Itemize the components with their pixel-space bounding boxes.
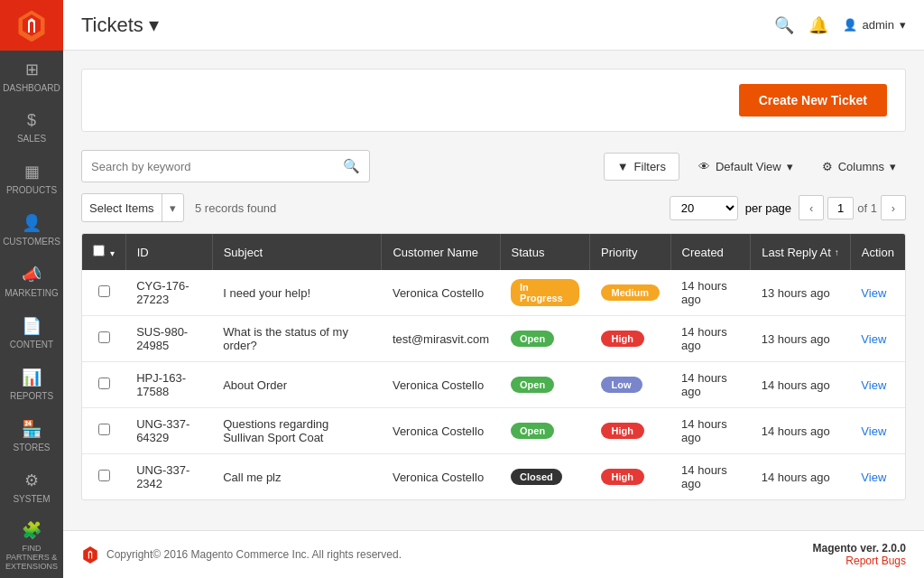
row-action-0: View xyxy=(850,270,905,316)
columns-button[interactable]: ⚙ Columns ▾ xyxy=(812,153,906,181)
user-menu[interactable]: 👤 admin ▾ xyxy=(843,18,906,32)
th-checkbox-chevron[interactable]: ▾ xyxy=(110,248,115,258)
page-nav: ‹ 1 of 1 › xyxy=(799,195,906,220)
main-area: Tickets ▾ 🔍 🔔 👤 admin ▾ Create New Ticke… xyxy=(63,0,924,578)
sidebar-item-reports[interactable]: 📊 REPORTS xyxy=(0,359,63,410)
row-checkbox-4[interactable] xyxy=(98,470,110,481)
table-body: CYG-176-27223 I need your help! Veronica… xyxy=(82,270,905,499)
th-last-reply[interactable]: Last Reply At ↑ xyxy=(751,234,851,270)
sidebar-item-content[interactable]: 📄 CONTENT xyxy=(0,307,63,359)
sidebar-item-content-label: CONTENT xyxy=(10,340,53,350)
view-link-1[interactable]: View xyxy=(861,332,886,346)
view-link-2[interactable]: View xyxy=(861,378,886,392)
row-subject-4: Call me plz xyxy=(212,454,382,500)
default-view-button[interactable]: 👁 Default View ▾ xyxy=(688,153,803,181)
row-id-2: HPJ-163-17588 xyxy=(125,362,212,408)
status-badge-4: Closed xyxy=(511,469,562,485)
th-priority: Priority xyxy=(590,234,671,270)
select-row: Select Items ▾ 5 records found 20 30 50 … xyxy=(81,193,906,222)
select-all-checkbox[interactable] xyxy=(93,245,105,256)
view-link-3[interactable]: View xyxy=(861,424,886,438)
row-created-4: 14 hours ago xyxy=(670,454,751,500)
create-new-ticket-button[interactable]: Create New Ticket xyxy=(739,84,887,117)
sidebar-item-marketing-label: MARKETING xyxy=(5,288,58,298)
page-content: Create New Ticket 🔍 ▼ Filters 👁 Default … xyxy=(63,51,924,530)
table-row: HPJ-163-17588 About Order Veronica Coste… xyxy=(82,362,905,408)
row-created-2: 14 hours ago xyxy=(670,362,751,408)
select-items-select[interactable]: Select Items xyxy=(82,194,162,221)
footer-logo-area: Copyright© 2016 Magento Commerce Inc. Al… xyxy=(81,545,402,564)
search-submit-icon[interactable]: 🔍 xyxy=(343,158,360,174)
row-checkbox-0[interactable] xyxy=(98,285,110,297)
view-label: Default View xyxy=(716,160,781,173)
sidebar-item-customers[interactable]: 👤 CUSTOMERS xyxy=(0,204,63,256)
sales-icon: $ xyxy=(27,111,36,130)
sidebar-item-sales[interactable]: $ SALES xyxy=(0,102,63,153)
row-checkbox-2[interactable] xyxy=(98,378,110,389)
th-id: ID xyxy=(125,234,212,270)
filters-button[interactable]: ▼ Filters xyxy=(604,153,679,181)
filter-icon: ▼ xyxy=(617,160,629,173)
sidebar-item-products[interactable]: ▦ PRODUCTS xyxy=(0,153,63,204)
row-id-0: CYG-176-27223 xyxy=(125,270,212,316)
page-title: Tickets ▾ xyxy=(81,14,159,37)
page-footer: Copyright© 2016 Magento Commerce Inc. Al… xyxy=(63,530,924,578)
status-badge-0: In Progress xyxy=(511,279,578,306)
sidebar-item-extensions[interactable]: 🧩 FIND PARTNERS & EXTENSIONS xyxy=(0,513,63,578)
row-subject-0: I need your help! xyxy=(212,270,382,316)
sidebar-item-dashboard[interactable]: ⊞ DASHBOARD xyxy=(0,51,63,102)
current-page-input[interactable]: 1 xyxy=(827,197,854,219)
priority-badge-3: High xyxy=(601,423,644,439)
sidebar-item-system[interactable]: ⚙ SYSTEM xyxy=(0,461,63,513)
select-items-chevron[interactable]: ▾ xyxy=(162,194,183,221)
tickets-table: ▾ ID Subject Customer Name Status Priori… xyxy=(82,234,905,499)
row-subject-1: What is the status of my order? xyxy=(212,316,382,362)
sidebar-item-products-label: PRODUCTS xyxy=(6,185,57,195)
row-checkbox-1[interactable] xyxy=(98,331,110,343)
report-bugs-link[interactable]: Report Bugs xyxy=(845,555,906,567)
user-name: admin xyxy=(863,18,894,32)
customers-icon: 👤 xyxy=(22,213,42,233)
system-icon: ⚙ xyxy=(24,471,39,490)
sidebar-item-customers-label: CUSTOMERS xyxy=(3,237,60,247)
reports-icon: 📊 xyxy=(22,368,42,387)
th-last-reply-label: Last Reply At xyxy=(762,246,831,259)
view-link-4[interactable]: View xyxy=(861,471,886,484)
sidebar-item-stores-label: STORES xyxy=(14,443,51,452)
title-text: Tickets xyxy=(81,14,143,37)
th-checkbox: ▾ xyxy=(82,234,125,270)
gear-icon: ⚙ xyxy=(822,160,833,173)
footer-logo-icon xyxy=(81,545,99,564)
footer-version-number: ver. 2.0.0 xyxy=(860,542,906,555)
next-page-button[interactable]: › xyxy=(881,195,906,220)
notifications-icon[interactable]: 🔔 xyxy=(808,15,828,35)
search-input[interactable] xyxy=(91,160,343,173)
row-last-reply-2: 14 hours ago xyxy=(751,362,851,408)
select-items-dropdown[interactable]: Select Items ▾ xyxy=(81,193,184,222)
per-page-select[interactable]: 20 30 50 100 xyxy=(670,196,738,220)
row-last-reply-4: 14 hours ago xyxy=(751,454,851,500)
row-last-reply-3: 14 hours ago xyxy=(751,408,851,454)
header-actions: 🔍 🔔 👤 admin ▾ xyxy=(774,15,906,35)
title-chevron[interactable]: ▾ xyxy=(149,14,159,37)
view-link-0[interactable]: View xyxy=(861,286,886,300)
search-icon[interactable]: 🔍 xyxy=(774,15,794,35)
row-priority-3: High xyxy=(590,408,671,454)
sidebar: ⊞ DASHBOARD $ SALES ▦ PRODUCTS 👤 CUSTOME… xyxy=(0,0,63,578)
row-last-reply-1: 13 hours ago xyxy=(751,316,851,362)
row-checkbox-3[interactable] xyxy=(98,424,110,435)
row-subject-2: About Order xyxy=(212,362,382,408)
table-row: CYG-176-27223 I need your help! Veronica… xyxy=(82,270,905,316)
row-id-3: UNG-337-64329 xyxy=(125,408,212,454)
stores-icon: 🏪 xyxy=(22,419,42,439)
prev-page-button[interactable]: ‹ xyxy=(799,195,824,220)
row-id-4: UNG-337-2342 xyxy=(125,454,212,500)
sidebar-item-marketing[interactable]: 📣 MARKETING xyxy=(0,256,63,307)
footer-version: Magento ver. 2.0.0 xyxy=(813,542,906,555)
row-customer-4: Veronica Costello xyxy=(382,454,500,500)
sidebar-item-extensions-label: FIND PARTNERS & EXTENSIONS xyxy=(4,544,60,571)
row-checkbox-cell xyxy=(82,454,125,500)
sidebar-item-stores[interactable]: 🏪 STORES xyxy=(0,410,63,461)
table-row: UNG-337-2342 Call me plz Veronica Costel… xyxy=(82,454,905,500)
status-badge-3: Open xyxy=(511,423,554,439)
